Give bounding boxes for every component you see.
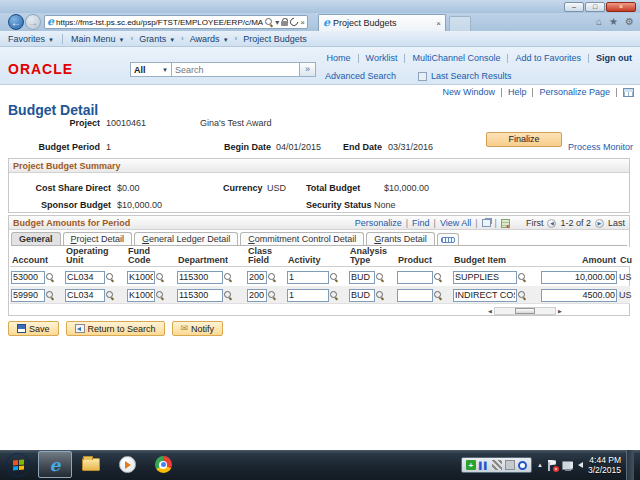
lookup-icon[interactable] xyxy=(434,273,442,281)
home-icon[interactable]: ⌂ xyxy=(596,16,602,27)
breadcrumb-project-budgets[interactable]: Project Budgets xyxy=(243,34,307,44)
url-text[interactable]: https://fms-tst.ps.sc.edu/psp/FTST/EMPLO… xyxy=(56,18,263,27)
lookup-icon[interactable] xyxy=(268,291,276,299)
close-button[interactable]: × xyxy=(606,2,636,12)
fund-code-input[interactable] xyxy=(127,289,155,302)
breadcrumb-main-menu[interactable]: Main Menu▼ xyxy=(71,34,124,44)
show-all-columns-tab[interactable] xyxy=(437,233,459,245)
amount-input[interactable] xyxy=(541,289,617,302)
tab-general-ledger-detail[interactable]: General Ledger Detail xyxy=(134,232,238,245)
tab-project-detail[interactable]: Project Detail xyxy=(63,232,133,245)
tab-grants-detail[interactable]: Grants Detail xyxy=(366,232,435,245)
restore-button[interactable]: □ xyxy=(585,2,605,12)
last-label[interactable]: Last xyxy=(608,218,625,228)
advanced-search-link[interactable]: Advanced Search xyxy=(325,71,396,81)
finalize-button[interactable]: Finalize xyxy=(486,132,562,147)
add-to-favorites-link[interactable]: Add to Favorites xyxy=(515,53,581,63)
department-input[interactable] xyxy=(177,271,223,284)
search-go-button[interactable]: » xyxy=(300,62,316,77)
lookup-icon[interactable] xyxy=(106,291,114,299)
account-input[interactable] xyxy=(11,289,45,302)
scrollbar-track[interactable] xyxy=(494,307,556,315)
breadcrumb-awards[interactable]: Awards▼ xyxy=(190,34,229,44)
find-link[interactable]: Find xyxy=(412,218,430,228)
scrollbar-thumb[interactable] xyxy=(515,308,535,314)
analysis-type-input[interactable] xyxy=(349,289,375,302)
lookup-icon[interactable] xyxy=(330,273,338,281)
sign-out-link[interactable]: Sign out xyxy=(596,53,632,63)
search-icon[interactable] xyxy=(265,18,273,26)
personalize-link[interactable]: Personalize xyxy=(355,218,402,228)
notify-button[interactable]: ✉ Notify xyxy=(172,321,224,336)
download-grid-icon[interactable] xyxy=(501,219,510,228)
tray-expand-icon[interactable]: ▲ xyxy=(537,462,543,468)
analysis-type-input[interactable] xyxy=(349,271,375,284)
stop-icon[interactable]: × xyxy=(300,18,305,27)
lookup-icon[interactable] xyxy=(434,291,442,299)
address-dropdown-icon[interactable]: ▾ xyxy=(275,18,279,27)
tab-close-icon[interactable]: × xyxy=(436,19,441,28)
lookup-icon[interactable] xyxy=(268,273,276,281)
lookup-icon[interactable] xyxy=(330,291,338,299)
tray-add-icon[interactable]: + xyxy=(466,460,476,470)
minimize-button[interactable]: – xyxy=(564,2,584,12)
breadcrumb-grants[interactable]: Grants▼ xyxy=(139,34,175,44)
speaker-icon[interactable] xyxy=(578,462,583,468)
tab-general[interactable]: General xyxy=(11,232,61,245)
process-monitor-link[interactable]: Process Monitor xyxy=(568,142,633,152)
budget-item-input[interactable] xyxy=(453,289,517,302)
class-field-input[interactable] xyxy=(247,271,267,284)
browser-tab[interactable]: e Project Budgets × xyxy=(318,14,446,31)
zoom-grid-icon[interactable] xyxy=(482,219,491,227)
horizontal-scrollbar[interactable]: ◀ ▶ xyxy=(486,306,564,315)
amount-input[interactable] xyxy=(541,271,617,284)
save-button[interactable]: Save xyxy=(8,321,59,336)
home-link[interactable]: Home xyxy=(327,53,351,63)
activity-input[interactable] xyxy=(287,271,329,284)
search-input[interactable] xyxy=(172,62,300,77)
personalize-page-link[interactable]: Personalize Page xyxy=(539,87,610,97)
product-input[interactable] xyxy=(397,289,433,302)
class-field-input[interactable] xyxy=(247,289,267,302)
view-all-link[interactable]: View All xyxy=(440,218,471,228)
lookup-icon[interactable] xyxy=(156,273,164,281)
tray-square-icon[interactable] xyxy=(505,460,515,470)
forward-button[interactable]: → xyxy=(25,14,41,30)
tray-pause-icon[interactable]: ▌▌ xyxy=(479,460,489,470)
start-button[interactable] xyxy=(6,453,30,477)
taskbar-media-player-button[interactable] xyxy=(110,451,144,478)
lookup-icon[interactable] xyxy=(106,273,114,281)
worklist-link[interactable]: Worklist xyxy=(366,53,398,63)
product-input[interactable] xyxy=(397,271,433,284)
page-layout-icon[interactable] xyxy=(623,88,634,97)
tray-checkered-icon[interactable] xyxy=(492,460,502,470)
department-input[interactable] xyxy=(177,289,223,302)
multichannel-console-link[interactable]: MultiChannel Console xyxy=(412,53,500,63)
activity-input[interactable] xyxy=(287,289,329,302)
lookup-icon[interactable] xyxy=(376,273,384,281)
help-link[interactable]: Help xyxy=(508,87,527,97)
refresh-icon[interactable] xyxy=(289,16,300,27)
tray-ring-icon[interactable] xyxy=(518,461,527,470)
previous-row-icon[interactable]: ◀ xyxy=(547,219,556,228)
settings-gear-icon[interactable]: ⚙ xyxy=(625,16,634,27)
taskbar-chrome-button[interactable] xyxy=(146,451,180,478)
lookup-icon[interactable] xyxy=(224,273,232,281)
favorites-menu[interactable]: Favorites▼ xyxy=(8,34,54,44)
address-bar[interactable]: e https://fms-tst.ps.sc.edu/psp/FTST/EMP… xyxy=(44,15,308,29)
taskbar-ie-button[interactable]: e xyxy=(38,451,72,478)
scroll-left-icon[interactable]: ◀ xyxy=(486,308,494,314)
lookup-icon[interactable] xyxy=(518,273,526,281)
fund-code-input[interactable] xyxy=(127,271,155,284)
taskbar-clock[interactable]: 4:44 PM 3/2/2015 xyxy=(588,455,621,475)
next-row-icon[interactable]: ▶ xyxy=(595,219,604,228)
scroll-right-icon[interactable]: ▶ xyxy=(556,308,564,314)
taskbar-explorer-button[interactable] xyxy=(74,451,108,478)
lookup-icon[interactable] xyxy=(46,273,54,281)
action-center-flag-icon[interactable]: × xyxy=(548,460,557,471)
back-button[interactable]: ← xyxy=(8,14,24,30)
return-to-search-button[interactable]: Return to Search xyxy=(66,321,165,336)
lookup-icon[interactable] xyxy=(224,291,232,299)
lookup-icon[interactable] xyxy=(518,291,526,299)
new-window-link[interactable]: New Window xyxy=(442,87,495,97)
